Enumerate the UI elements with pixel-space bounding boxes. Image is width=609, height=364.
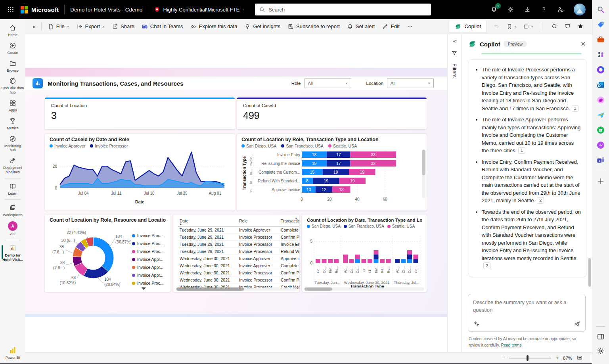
send-button[interactable] — [573, 320, 580, 328]
undo-button[interactable] — [493, 23, 500, 30]
notifications-button[interactable]: 1 — [490, 6, 498, 13]
role-slicer-dropdown[interactable]: All∨ — [304, 79, 351, 88]
table-row[interactable]: Wednesday, June 30, 2021Invoice Processo… — [178, 276, 299, 284]
table-column-header[interactable]: Transaction — [279, 218, 299, 226]
help-button[interactable] — [540, 6, 548, 13]
kpi-card-count-of-caseid[interactable]: Count of CaseId 499 — [237, 98, 427, 129]
legend-item[interactable]: Seattle, USA — [328, 144, 357, 148]
toolbar-explore-this-data-button[interactable]: Explore this data — [187, 21, 241, 33]
panel-icon[interactable] — [596, 332, 605, 341]
table-scrollbar-thumb[interactable] — [176, 287, 244, 291]
m365-icon[interactable] — [596, 65, 605, 74]
bookmarks-button[interactable]: ∨ — [506, 23, 517, 30]
refresh-button[interactable] — [551, 23, 558, 30]
close-copilot-button[interactable]: ✕ — [580, 40, 586, 48]
filters-icon-button[interactable] — [451, 50, 458, 57]
table-row[interactable]: Wednesday, June 30, 2021Invoice Approver… — [178, 262, 299, 269]
table-row[interactable]: Wednesday, June 30, 2021Invoice Approver… — [178, 255, 299, 262]
expand-filters-button[interactable]: « — [453, 38, 456, 44]
sidebar-item-workspaces[interactable]: Workspaces — [0, 201, 25, 219]
toolbar-share-button[interactable]: Share — [108, 21, 138, 33]
legend-item[interactable]: Seattle, USA — [387, 224, 415, 228]
location-slicer-dropdown[interactable]: All∨ — [387, 79, 434, 88]
table-column-header[interactable]: Date▲ — [178, 218, 237, 226]
toolbar-set-alert-button[interactable]: Set alert — [343, 21, 378, 33]
citation-chip[interactable]: 1 — [572, 105, 579, 112]
sidebar-item-ai2[interactable]: AAI2 — [0, 219, 25, 238]
table-row[interactable]: Wednesday, June 30, 2021Invoice Processo… — [178, 269, 299, 276]
sidebar-item-home[interactable]: Home — [0, 21, 25, 39]
legend-item[interactable]: San Diego, USA — [307, 224, 341, 228]
toolbar-edit-button[interactable]: Edit — [378, 21, 403, 33]
sidebar-item-power-bi[interactable]: Power BI — [1, 343, 24, 363]
fit-to-page-button[interactable] — [576, 354, 583, 361]
legend-item[interactable]: Invoice Approver — [50, 144, 85, 148]
tag-icon[interactable] — [596, 20, 605, 29]
stacked-bar-chart-card[interactable]: Count of Location by Role, Transaction T… — [237, 134, 427, 211]
toolbar-more-button[interactable] — [403, 21, 417, 33]
legend-item[interactable]: San Diego, USA — [241, 144, 276, 148]
settings-icon[interactable] — [596, 347, 605, 355]
sidebar-item-learn[interactable]: Learn — [0, 180, 25, 198]
table-row[interactable]: Tuesday, June 29, 2021Invoice ProcessorR… — [178, 248, 299, 255]
chart-scrollbar-thumb[interactable] — [304, 287, 332, 291]
table-column-header[interactable]: Role — [237, 218, 279, 226]
teams-icon[interactable]: T — [596, 156, 605, 165]
area-chart-card[interactable]: Count of CaseId by Date and Role Invoice… — [45, 134, 235, 211]
chess-icon[interactable] — [596, 50, 605, 59]
sidebar-item-onelake-data-hub[interactable]: OneLake data hub — [0, 75, 25, 97]
table-row[interactable]: Tuesday, June 29, 2021Invoice ProcessorC… — [178, 234, 299, 241]
table-row[interactable]: Wednesday, June 30, 2021Invoice Processo… — [178, 291, 299, 292]
favorite-button[interactable] — [577, 23, 584, 30]
legend-item[interactable]: San Francisco, USA — [344, 224, 384, 228]
copilot-input-box[interactable]: Describe the summary you want or ask a q… — [468, 294, 586, 332]
sidebar-item-browse[interactable]: Browse — [0, 57, 25, 75]
sidebar-item-metrics[interactable]: Metrics — [0, 115, 25, 132]
chart-scrollbar-thumb[interactable] — [422, 150, 425, 175]
zoom-slider-thumb[interactable] — [527, 355, 529, 361]
table-visual-card[interactable]: Date▲RoleTransactionTuesday, June 29, 20… — [173, 215, 299, 292]
toolbar-export-button[interactable]: Export∨ — [73, 21, 108, 33]
zoom-in-button[interactable]: + — [555, 355, 559, 361]
citation-chip[interactable]: 2 — [483, 262, 490, 269]
outlook-icon[interactable] — [596, 80, 605, 89]
citation-chip[interactable]: 2 — [537, 197, 544, 204]
toolbox-icon[interactable] — [596, 35, 605, 44]
toolbar-chat-in-teams-button[interactable]: TChat in Teams — [138, 21, 187, 33]
legend-item[interactable]: Invoice Processor — [90, 144, 128, 148]
sensitivity-label-button[interactable]: Highly Confidential\Microsoft FTE ∨ — [154, 6, 245, 13]
citation-chip[interactable]: 1 — [518, 147, 525, 154]
column-chart-card[interactable]: Count of Location by Date, Transaction T… — [302, 215, 427, 292]
sidebar-item-deployment-pipelines[interactable]: Deployment pipelines — [0, 154, 25, 176]
copilot-toolbar-button[interactable]: Copilot — [449, 20, 486, 33]
view-button[interactable]: ∨ — [523, 23, 533, 30]
sidebar-item-apps[interactable]: Apps — [0, 97, 25, 115]
read-terms-link[interactable]: Read terms — [501, 343, 522, 347]
donut-chart-card[interactable]: Count of Location by Role, Resource and … — [45, 215, 170, 292]
spotify-icon[interactable] — [596, 126, 605, 134]
download-button[interactable] — [524, 6, 531, 13]
table-row[interactable]: Tuesday, June 29, 2021Invoice ApproverCo… — [178, 226, 299, 234]
sidebar-item-create[interactable]: Create — [0, 39, 25, 57]
designer-icon[interactable] — [596, 96, 605, 104]
messenger-icon[interactable] — [596, 141, 605, 149]
settings-button[interactable] — [507, 6, 514, 13]
sidebar-item-monitoring-hub[interactable]: Monitoring hub — [0, 132, 25, 155]
sidebar-item-demo-for-hotel-visit[interactable]: Demo for Hotel Visit... — [0, 242, 25, 264]
kpi-card-count-of-location[interactable]: Count of Location 3 — [45, 98, 235, 129]
add-sidebar-app-button[interactable] — [596, 177, 605, 186]
table-row[interactable]: Tuesday, June 29, 2021Invoice ProcessorI… — [178, 241, 299, 248]
toolbar-get-insights-button[interactable]: Get insights — [241, 21, 284, 33]
comments-button[interactable] — [564, 23, 571, 30]
prompt-suggestions-button[interactable] — [473, 320, 480, 328]
toolbar-file-button[interactable]: File∨ — [44, 21, 73, 33]
zoom-out-button[interactable]: − — [502, 355, 505, 361]
microsoft-logo[interactable]: Microsoft — [21, 6, 59, 13]
feedback-button[interactable] — [557, 6, 564, 13]
search-input[interactable]: Search — [255, 4, 431, 15]
toolbar-subscribe-to-report-button[interactable]: Subscribe to report — [284, 21, 343, 33]
app-launcher-button[interactable] — [5, 4, 17, 15]
search-icon[interactable] — [596, 5, 605, 14]
legend-item[interactable]: San Francisco, USA — [281, 144, 324, 148]
plane-icon[interactable] — [596, 111, 605, 119]
